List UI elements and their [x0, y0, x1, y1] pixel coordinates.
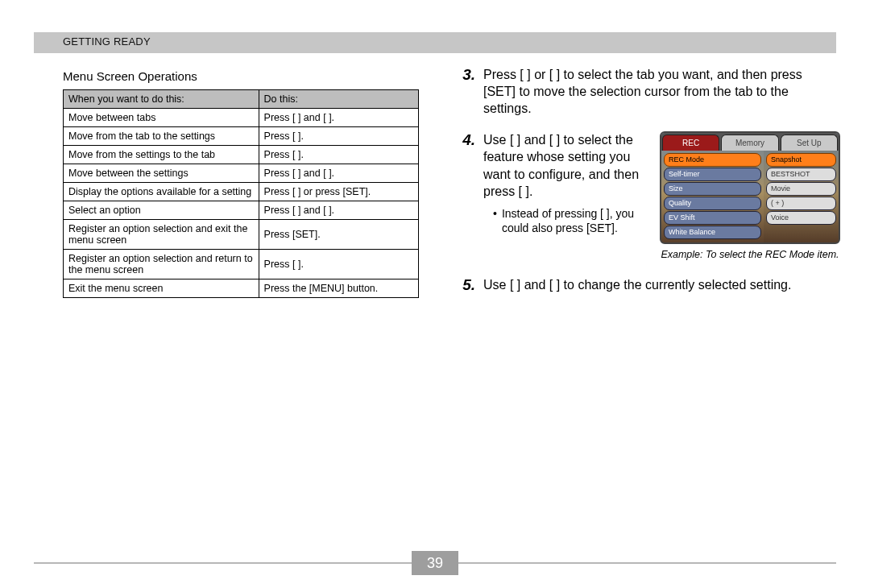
lcd-item: EV Shift — [664, 211, 761, 225]
table-row: Move from the settings to the tabPress [… — [64, 146, 419, 164]
step-4: 4. Use [ ] and [ ] to select the feature… — [459, 131, 828, 262]
table-row: Display the options available for a sett… — [64, 183, 419, 201]
lcd-item: REC Mode — [664, 153, 761, 167]
right-column: 3. Press [ ] or [ ] to select the tab yo… — [459, 66, 828, 308]
lcd-item: Size — [664, 182, 761, 196]
step-text: Press [ ] or [ ] to select the tab you w… — [483, 66, 828, 117]
step-number: 4. — [459, 131, 475, 262]
lcd-item: BESTSHOT — [766, 168, 836, 181]
page-number: 39 — [412, 551, 458, 575]
lcd-caption: Example: To select the REC Mode item. — [660, 249, 840, 262]
step-number: 5. — [459, 276, 475, 294]
step-3: 3. Press [ ] or [ ] to select the tab yo… — [459, 66, 828, 117]
table-row: Exit the menu screenPress the [MENU] but… — [64, 280, 419, 298]
table-head-action: When you want to do this: — [64, 90, 259, 109]
table-row: Move from the tab to the settingsPress [… — [64, 127, 419, 146]
lcd-tab-rec: REC — [662, 135, 719, 151]
lcd-item: ( + ) — [766, 197, 836, 210]
table-row: Move between the settingsPress [ ] and [… — [64, 164, 419, 183]
table-row: Register an option selection and return … — [64, 250, 419, 280]
lcd-item: Voice — [766, 211, 836, 225]
step-5: 5. Use [ ] and [ ] to change the current… — [459, 276, 828, 294]
table-row: Select an optionPress [ ] and [ ]. — [64, 201, 419, 220]
lcd-item: Movie — [766, 182, 836, 196]
subheading-menu-ops: Menu Screen Operations — [63, 69, 419, 83]
section-header: GETTING READY — [63, 35, 151, 48]
left-column: Menu Screen Operations When you want to … — [63, 69, 419, 298]
table-head-do: Do this: — [259, 90, 418, 109]
camera-lcd-mock: REC Memory Set Up REC Mode Self-timer Si… — [660, 131, 840, 244]
table-row: Register an option selection and exit th… — [64, 220, 419, 250]
step-text: Use [ ] and [ ] to select the feature wh… — [483, 133, 639, 197]
lcd-item: Snapshot — [766, 153, 836, 167]
section-header-band — [34, 32, 836, 53]
lcd-item: Self-timer — [664, 168, 761, 181]
step-text: Use [ ] and [ ] to change the currently … — [483, 276, 828, 294]
table-row: Move between tabsPress [ ] and [ ]. — [64, 109, 419, 127]
lcd-tab-memory: Memory — [721, 135, 778, 151]
step-4-bullet: Instead of pressing [ ], you could also … — [483, 206, 648, 235]
operations-table: When you want to do this: Do this: Move … — [63, 89, 419, 298]
lcd-item: White Balance — [664, 226, 761, 239]
lcd-tab-setup: Set Up — [781, 135, 838, 151]
step-number: 3. — [459, 66, 475, 117]
lcd-item: Quality — [664, 197, 761, 210]
lcd-example: REC Memory Set Up REC Mode Self-timer Si… — [660, 131, 840, 262]
